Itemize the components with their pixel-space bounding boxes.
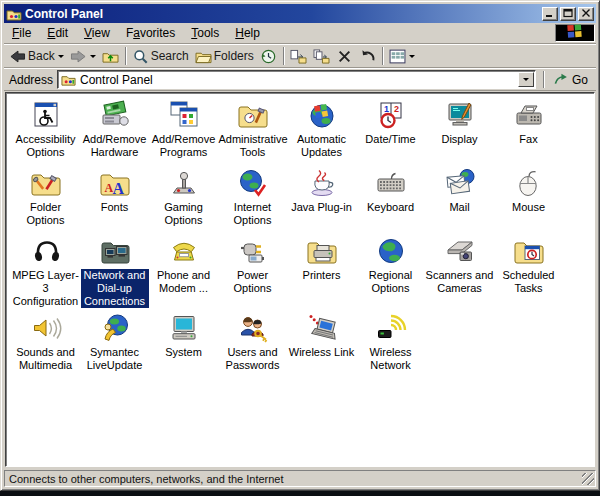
control-panel-window: Control Panel FileEditViewFavoritesTools… [0,0,600,491]
item-label: Administrative Tools [219,133,287,159]
toolbar-button-search[interactable]: Search [129,47,192,66]
control-panel-item[interactable]: Add/Remove Hardware [80,99,149,167]
menu-item-edit[interactable]: Edit [39,24,76,42]
item-label: Phone and Modem ... [150,269,218,295]
toolbar-button-back[interactable]: Back [6,47,67,66]
control-panel-item[interactable]: 12Date/Time [356,99,425,167]
control-panel-item[interactable]: Add/Remove Programs [149,99,218,167]
control-panel-item[interactable]: Accessibility Options [11,99,80,167]
toolbar-button-delete[interactable] [333,47,356,66]
toolbar-separator [283,47,284,65]
menu-item-file[interactable]: File [4,24,39,42]
item-label: MPEG Layer-3 Configuration [12,269,80,308]
control-panel-item[interactable]: Wireless Link [287,312,356,372]
undo-icon [359,49,376,64]
control-panel-item[interactable]: Wireless Network [356,312,425,372]
item-label: System [165,346,202,359]
item-label: Wireless Link [289,346,354,359]
control-panel-item[interactable]: Scanners and Cameras [425,235,494,312]
menu-item-tools[interactable]: Tools [183,24,227,42]
menu-item-help[interactable]: Help [227,24,268,42]
automatic-updates-icon [306,99,338,131]
symantec-liveupdate-icon [99,312,131,344]
control-panel-item[interactable]: Internet Options [218,167,287,235]
close-icon [580,6,592,21]
control-panel-item[interactable]: Symantec LiveUpdate [80,312,149,372]
dropdown-caret-icon[interactable] [90,55,96,58]
administrative-tools-icon [237,99,269,131]
status-bar: Connects to other computers, networks, a… [4,468,596,487]
folder-view: Accessibility OptionsAdd/Remove Hardware… [5,92,595,467]
toolbar-button-views[interactable] [386,47,418,66]
control-panel-item[interactable]: Scheduled Tasks [494,235,563,312]
dropdown-caret-icon[interactable] [409,55,415,58]
menu-item-favorites[interactable]: Favorites [118,24,183,42]
control-panel-item[interactable]: MPEG Layer-3 Configuration [11,235,80,312]
control-panel-item[interactable]: Printers [287,235,356,312]
control-panel-item[interactable]: System [149,312,218,372]
toolbar-button-up[interactable] [99,47,122,66]
control-panel-item[interactable]: AAFonts [80,167,149,235]
up-folder-icon [102,49,119,64]
wireless-network-icon [375,312,407,344]
toolbar-button-forward[interactable] [67,47,99,66]
control-panel-item[interactable]: Sounds and Multimedia [11,312,80,372]
go-button[interactable]: Go [551,73,593,87]
address-dropdown-button[interactable] [518,72,534,87]
toolbar-button-folders[interactable]: Folders [192,47,257,66]
toolbar-button-history[interactable] [257,47,280,66]
wireless-link-icon [306,312,338,344]
dropdown-caret-icon[interactable] [58,55,64,58]
item-label: Add/Remove Programs [150,133,218,159]
regional-options-icon [375,235,407,267]
maximize-button[interactable] [560,7,576,21]
address-value: Control Panel [80,73,514,87]
menu-item-view[interactable]: View [76,24,118,42]
item-label: Regional Options [357,269,425,295]
svg-text:A: A [112,180,124,197]
control-panel-item[interactable]: Fax [494,99,563,167]
item-label: Printers [303,269,341,282]
item-label: Add/Remove Hardware [81,133,149,159]
resize-grip[interactable] [582,473,594,485]
arrow-left-icon [9,49,26,64]
control-panel-item[interactable]: Administrative Tools [218,99,287,167]
go-arrow-icon [553,73,569,86]
address-bar: Address Control Panel Go [4,68,596,91]
address-combo[interactable]: Control Panel [57,70,536,89]
item-label: Fonts [101,201,129,214]
users-passwords-icon [237,312,269,344]
toolbar-button-move-to[interactable] [287,47,310,66]
control-panel-item[interactable]: Regional Options [356,235,425,312]
printers-icon [306,235,338,267]
minimize-button[interactable] [542,7,558,21]
control-panel-item[interactable]: Java Plug-in [287,167,356,235]
address-label: Address [9,73,53,87]
maximize-icon [562,6,574,21]
control-panel-item[interactable]: Display [425,99,494,167]
toolbar: BackSearchFolders [4,44,596,68]
close-button[interactable] [578,7,594,21]
control-panel-item[interactable]: Users and Passwords [218,312,287,372]
scheduled-tasks-icon [513,235,545,267]
item-label: Scheduled Tasks [495,269,563,295]
control-panel-item[interactable]: Power Options [218,235,287,312]
control-panel-item[interactable]: Phone and Modem ... [149,235,218,312]
control-panel-item[interactable]: Network and Dial-up Connections [80,235,149,312]
status-panel: Connects to other computers, networks, a… [4,470,596,487]
item-label: Power Options [219,269,287,295]
control-panel-item[interactable]: Folder Options [11,167,80,235]
control-panel-item[interactable]: Mouse [494,167,563,235]
control-panel-item[interactable]: Gaming Options [149,167,218,235]
title-bar[interactable]: Control Panel [4,4,596,23]
toolbar-button-undo[interactable] [356,47,379,66]
control-panel-item[interactable]: Keyboard [356,167,425,235]
toolbar-separator [382,47,383,65]
control-panel-item[interactable]: Mail [425,167,494,235]
control-panel-item[interactable]: Automatic Updates [287,99,356,167]
status-text: Connects to other computers, networks, a… [9,473,284,485]
sounds-multimedia-icon [30,312,62,344]
toolbar-button-copy-to[interactable] [310,47,333,66]
item-label: Display [441,133,477,146]
item-label: Network and Dial-up Connections [81,269,149,308]
